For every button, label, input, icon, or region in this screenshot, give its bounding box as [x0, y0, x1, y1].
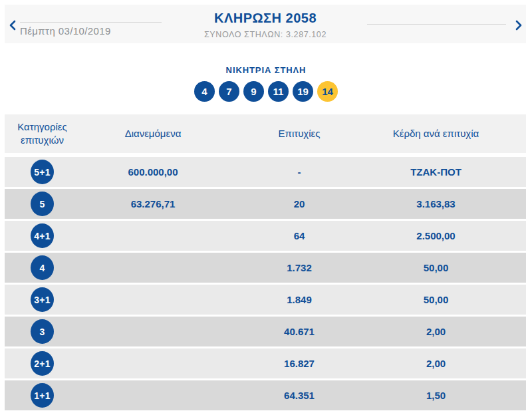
distributed-cell: [80, 380, 226, 410]
table-row: 3 40.671 2,00: [5, 317, 526, 346]
distributed-cell: 63.276,71: [80, 189, 226, 219]
distributed-cell: [80, 285, 226, 315]
table-row: 4 1.732 50,00: [5, 253, 526, 283]
category-badge-label: 2+1: [31, 351, 54, 376]
category-cell: 5+1: [5, 157, 80, 187]
column-header-distributed: Διανεμόμενα: [80, 114, 226, 153]
winning-numbers: 479111914: [0, 81, 532, 102]
table-row: 1+1 64.351 1,50: [5, 380, 526, 410]
winnings-cell: 2,00: [372, 348, 526, 378]
winners-cell: -: [226, 157, 372, 187]
results-table-header: Κατηγορίες επιτυχιών Διανεμόμενα Επιτυχί…: [5, 114, 526, 153]
winning-number-ball: 9: [243, 81, 264, 102]
total-columns-label: ΣΥΝΟΛΟ ΣΤΗΛΩΝ: 3.287.102: [204, 30, 327, 39]
table-row: 2+1 16.827 2,00: [5, 348, 526, 378]
winnings-cell: 1,50: [372, 380, 526, 410]
category-badge-label: 3+1: [31, 287, 54, 312]
category-badge-label: 5+1: [31, 160, 54, 184]
category-cell: 2+1: [5, 348, 80, 378]
winnings-cell: 2.500,00: [372, 221, 526, 251]
winners-cell: 64.351: [226, 380, 372, 410]
results-body: 5+1 600.000,00 - ΤΖΑΚ-ΠΟΤ 5 63.276,71 20…: [5, 157, 526, 410]
winnings-cell: ΤΖΑΚ-ΠΟΤ: [372, 157, 526, 187]
winning-number-ball: 4: [194, 81, 215, 102]
table-row: 3+1 1.849 50,00: [5, 285, 526, 315]
draw-navigation-bar: Πέμπτη 03/10/2019 ΚΛΗΡΩΣΗ 2058 ΣΥΝΟΛΟ ΣΤ…: [5, 5, 526, 43]
category-cell: 5: [5, 189, 80, 219]
draw-heading-block: ΚΛΗΡΩΣΗ 2058 ΣΥΝΟΛΟ ΣΤΗΛΩΝ: 3.287.102: [204, 11, 327, 39]
table-row: 4+1 64 2.500,00: [5, 221, 526, 251]
category-cell: 1+1: [5, 380, 80, 410]
draw-date-block: Πέμπτη 03/10/2019: [20, 22, 162, 37]
winnings-cell: 50,00: [372, 253, 526, 283]
distributed-cell: [80, 253, 226, 283]
table-row: 5 63.276,71 20 3.163,83: [5, 189, 526, 219]
column-header-winners: Επιτυχίες: [226, 114, 372, 153]
winning-number-ball: 7: [219, 81, 239, 102]
draw-title: ΚΛΗΡΩΣΗ 2058: [204, 11, 327, 26]
right-divider-line: [367, 24, 506, 25]
winnings-cell: 3.163,83: [372, 189, 526, 219]
previous-draw-button[interactable]: [6, 19, 18, 31]
table-row: 5+1 600.000,00 - ΤΖΑΚ-ΠΟΤ: [5, 157, 526, 187]
winners-cell: 64: [226, 221, 372, 251]
category-badge-label: 4: [31, 255, 54, 280]
next-draw-button[interactable]: [513, 19, 525, 31]
category-badge-label: 4+1: [31, 223, 54, 248]
distributed-cell: [80, 221, 226, 251]
distributed-cell: 600.000,00: [80, 157, 226, 187]
winners-cell: 16.827: [226, 348, 372, 378]
winning-number-ball: 19: [293, 81, 313, 102]
left-divider-line: [20, 22, 162, 23]
column-header-categories: Κατηγορίες επιτυχιών: [5, 114, 80, 153]
distributed-cell: [80, 348, 226, 378]
draw-date: Πέμπτη 03/10/2019: [20, 25, 162, 37]
chevron-left-icon: [9, 20, 16, 31]
category-badge-label: 3: [31, 319, 54, 344]
results-table: Κατηγορίες επιτυχιών Διανεμόμενα Επιτυχί…: [5, 114, 526, 410]
distributed-cell: [80, 317, 226, 346]
winning-column-title: ΝΙΚΗΤΡΙΑ ΣΤΗΛΗ: [0, 65, 532, 75]
winners-cell: 20: [226, 189, 372, 219]
category-cell: 4+1: [5, 221, 80, 251]
winners-cell: 1.849: [226, 285, 372, 315]
winning-column-section: ΝΙΚΗΤΡΙΑ ΣΤΗΛΗ 479111914: [0, 65, 532, 102]
category-badge-label: 1+1: [31, 383, 54, 408]
category-cell: 4: [5, 253, 80, 283]
winners-cell: 1.732: [226, 253, 372, 283]
winners-cell: 40.671: [226, 317, 372, 346]
winning-number-ball: 11: [268, 81, 289, 102]
category-badge-label: 5: [31, 192, 54, 216]
column-header-winnings: Κέρδη ανά επιτυχία: [372, 114, 526, 153]
winnings-cell: 50,00: [372, 285, 526, 315]
winnings-cell: 2,00: [372, 317, 526, 346]
category-cell: 3: [5, 317, 80, 346]
category-cell: 3+1: [5, 285, 80, 315]
chevron-right-icon: [515, 20, 523, 31]
winning-number-ball: 14: [317, 81, 338, 102]
draw-results-page: Πέμπτη 03/10/2019 ΚΛΗΡΩΣΗ 2058 ΣΥΝΟΛΟ ΣΤ…: [0, 0, 532, 411]
